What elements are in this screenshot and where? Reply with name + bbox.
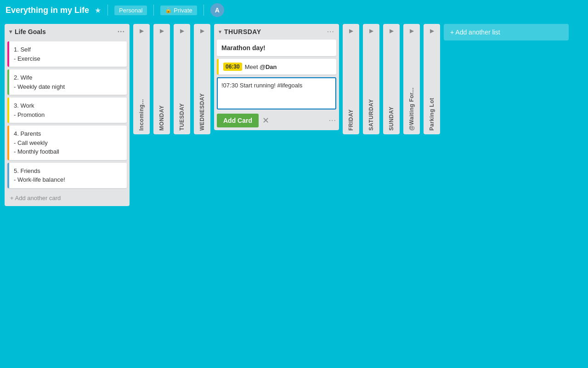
- chevron-down-icon[interactable]: ▾: [9, 29, 12, 35]
- add-card-area: !07:30 Start running! #lifegoals Add Car…: [217, 77, 336, 127]
- card-meet[interactable]: 06:30 Meet @Dan: [217, 59, 336, 75]
- card-title: 2. Wife: [14, 73, 122, 82]
- add-another-list-button[interactable]: + Add another list: [444, 24, 569, 40]
- card-wife[interactable]: 2. Wife - Weekly date night: [7, 69, 127, 95]
- card-subtitle: - Promotion: [14, 110, 122, 120]
- header-divider: [107, 5, 108, 16]
- parking-label: Parking Lot: [429, 37, 435, 131]
- list-monday[interactable]: ▶ MONDAY: [153, 24, 170, 134]
- sunday-label: SUNDAY: [388, 37, 395, 131]
- wednesday-label: WEDNESDAY: [199, 37, 205, 131]
- card-title: 3. Work: [14, 101, 122, 110]
- personal-badge[interactable]: Personal: [114, 6, 147, 15]
- board-title: Everything in my Life: [6, 6, 89, 15]
- thursday-chevron-icon[interactable]: ▾: [219, 29, 221, 35]
- list-title-life-goals: Life Goals: [15, 28, 46, 35]
- card-subtitle: - Call weekly - Monthly football: [14, 138, 122, 156]
- list-tuesday[interactable]: ▶ TUESDAY: [174, 24, 190, 134]
- arrow-right-icon: ▶: [140, 28, 144, 34]
- card-marathon[interactable]: Marathon day!: [217, 40, 336, 56]
- list-saturday[interactable]: ▶ SATURDAY: [363, 24, 379, 134]
- thursday-title: THURSDAY: [224, 28, 261, 35]
- time-badge: 06:30: [223, 63, 242, 71]
- arrow-right-icon: ▶: [390, 28, 394, 34]
- private-label: Private: [174, 7, 192, 14]
- thursday-more-icon[interactable]: ···: [327, 28, 334, 36]
- monday-label: MONDAY: [158, 37, 165, 131]
- card-title: 4. Parents: [14, 129, 122, 138]
- arrow-right-icon: ▶: [430, 28, 434, 34]
- marathon-text: Marathon day!: [221, 44, 266, 52]
- waiting-label: @Waiting For...: [408, 37, 415, 131]
- life-goals-cards: 1. Self - Exercise 2. Wife - Weekly date…: [5, 40, 130, 190]
- thursday-header-left: ▾ THURSDAY: [219, 28, 261, 35]
- list-sunday[interactable]: ▶ SUNDAY: [383, 24, 400, 134]
- list-waiting-for[interactable]: ▶ @Waiting For...: [403, 24, 420, 134]
- arrow-right-icon: ▶: [200, 28, 204, 34]
- thursday-header: ▾ THURSDAY ···: [214, 24, 339, 40]
- life-goals-header: ▾ Life Goals ···: [5, 24, 130, 40]
- add-card-actions: Add Card ✕ ···: [217, 114, 336, 127]
- card-self[interactable]: 1. Self - Exercise: [7, 41, 127, 67]
- add-card-cancel-button[interactable]: ✕: [262, 115, 269, 126]
- incoming-label: Incoming...: [138, 37, 145, 131]
- list-more-icon[interactable]: ···: [118, 28, 125, 36]
- friday-label: FRIDAY: [348, 37, 354, 131]
- meet-person: @Dan: [260, 63, 277, 70]
- card-parents[interactable]: 4. Parents - Call weekly - Monthly footb…: [7, 126, 127, 160]
- card-work[interactable]: 3. Work - Promotion: [7, 98, 127, 123]
- arrow-right-icon: ▶: [369, 28, 373, 34]
- add-card-more-icon[interactable]: ···: [329, 116, 336, 125]
- list-header-left: ▾ Life Goals: [9, 28, 46, 35]
- list-life-goals: ▾ Life Goals ··· 1. Self - Exercise 2. W…: [5, 24, 130, 206]
- avatar[interactable]: A: [210, 3, 224, 17]
- board: ▾ Life Goals ··· 1. Self - Exercise 2. W…: [0, 20, 588, 368]
- card-title: 1. Self: [14, 45, 122, 54]
- lock-icon: 🔒: [165, 7, 172, 13]
- life-goals-footer: + Add another card: [5, 190, 130, 206]
- card-title: 5. Friends: [14, 167, 122, 176]
- list-thursday: ▾ THURSDAY ··· Marathon day! 06:30 Meet …: [214, 24, 339, 130]
- saturday-label: SATURDAY: [368, 37, 374, 131]
- star-icon[interactable]: ★: [95, 6, 101, 15]
- list-friday[interactable]: ▶ FRIDAY: [343, 24, 359, 134]
- arrow-right-icon: ▶: [410, 28, 414, 34]
- header-divider-2: [153, 5, 154, 16]
- arrow-right-icon: ▶: [349, 28, 353, 34]
- arrow-right-icon: ▶: [160, 28, 164, 34]
- tuesday-label: TUESDAY: [179, 37, 185, 131]
- card-subtitle: - Work-life balance!: [14, 175, 122, 184]
- list-incoming[interactable]: ▶ Incoming...: [133, 24, 150, 134]
- list-wednesday[interactable]: ▶ WEDNESDAY: [194, 24, 210, 134]
- list-parking-lot[interactable]: ▶ Parking Lot: [424, 24, 440, 134]
- add-card-submit-button[interactable]: Add Card: [217, 114, 259, 127]
- arrow-right-icon: ▶: [180, 28, 184, 34]
- header: Everything in my Life ★ Personal 🔒 Priva…: [0, 0, 588, 20]
- card-subtitle: - Weekly date night: [14, 82, 122, 92]
- new-card-input[interactable]: !07:30 Start running! #lifegoals: [217, 77, 336, 109]
- meet-text: Meet @Dan: [245, 63, 277, 70]
- card-friends[interactable]: 5. Friends - Work-life balance!: [7, 163, 127, 188]
- header-divider-3: [204, 5, 204, 16]
- add-card-button[interactable]: + Add another card: [9, 193, 125, 203]
- private-badge[interactable]: 🔒 Private: [160, 6, 197, 15]
- card-subtitle: - Exercise: [14, 54, 122, 63]
